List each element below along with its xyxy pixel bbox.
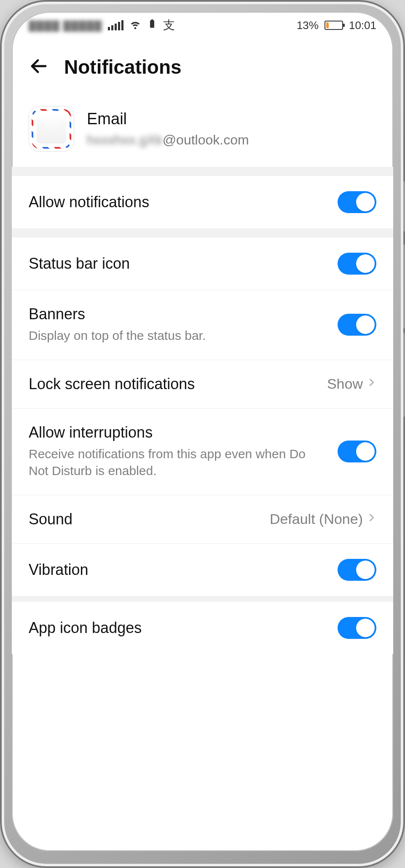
label-app-icon-badges: App icon badges xyxy=(29,619,325,637)
label-banners: Banners xyxy=(29,305,325,323)
row-app-icon-badges[interactable]: App icon badges xyxy=(12,602,393,654)
row-banners[interactable]: Banners Display on top of the status bar… xyxy=(12,290,393,360)
toggle-vibration[interactable] xyxy=(338,559,376,581)
carrier-label: ▓▓▓▓ ▓▓▓▓▓ xyxy=(29,19,102,31)
chevron-right-icon xyxy=(367,375,376,393)
clock: 10:01 xyxy=(349,19,376,32)
label-status-bar-icon: Status bar icon xyxy=(29,255,325,272)
value-lock-screen: Show xyxy=(327,376,363,392)
row-vibration[interactable]: Vibration xyxy=(12,544,393,596)
toggle-allow-interruptions[interactable] xyxy=(338,441,376,462)
chevron-right-icon xyxy=(367,510,376,528)
row-sound[interactable]: Sound Default (None) xyxy=(12,495,393,544)
toggle-banners[interactable] xyxy=(338,314,376,336)
alipay-icon: 支 xyxy=(163,17,175,33)
label-lock-screen: Lock screen notifications xyxy=(29,375,314,393)
app-account-label: hxxxhxx.gXk@outlook.com xyxy=(87,132,249,148)
label-sound: Sound xyxy=(29,510,257,528)
label-vibration: Vibration xyxy=(29,561,325,579)
toggle-app-icon-badges[interactable] xyxy=(338,617,376,639)
battery-percent: 13% xyxy=(297,19,319,32)
row-allow-interruptions[interactable]: Allow interruptions Receive notification… xyxy=(12,409,393,495)
sub-banners: Display on top of the status bar. xyxy=(29,327,325,345)
battery-icon xyxy=(325,21,343,30)
battery-saver-icon xyxy=(147,19,157,32)
label-allow-interruptions: Allow interruptions xyxy=(29,424,325,441)
value-sound: Default (None) xyxy=(270,511,363,527)
toggle-allow-notifications[interactable] xyxy=(338,191,376,213)
label-allow-notifications: Allow notifications xyxy=(29,193,325,211)
page-title: Notifications xyxy=(64,56,182,78)
toggle-status-bar-icon[interactable] xyxy=(338,253,376,275)
status-bar: ▓▓▓▓ ▓▓▓▓▓ 支 13% 10:01 xyxy=(12,12,393,39)
svg-rect-0 xyxy=(150,20,154,28)
row-lock-screen[interactable]: Lock screen notifications Show xyxy=(12,360,393,409)
sub-allow-interruptions: Receive notifications from this app even… xyxy=(29,446,325,480)
wifi-icon xyxy=(129,18,141,33)
signal-icon xyxy=(108,20,123,30)
email-app-icon xyxy=(29,106,74,152)
app-name-label: Email xyxy=(87,110,249,128)
row-allow-notifications[interactable]: Allow notifications xyxy=(12,176,393,228)
app-identity-row: Email hxxxhxx.gXk@outlook.com xyxy=(12,99,393,167)
svg-rect-1 xyxy=(151,19,153,21)
row-status-bar-icon[interactable]: Status bar icon xyxy=(12,238,393,290)
back-arrow-icon[interactable] xyxy=(29,56,49,78)
